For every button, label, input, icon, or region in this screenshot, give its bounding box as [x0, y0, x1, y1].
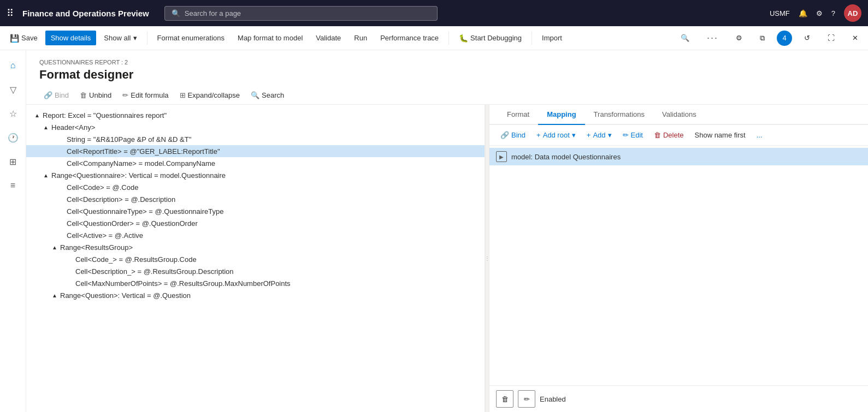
sidebar-item-dashboard[interactable]: ⊞: [2, 151, 24, 172]
unbind-button[interactable]: 🗑 Unbind: [75, 88, 116, 102]
tree-item-company-name[interactable]: ▶ Cell<CompanyName> = model.CompanyName: [26, 157, 485, 169]
tree-item-code[interactable]: ▶ Cell<Code> = @.Code: [26, 181, 485, 193]
tree-item-active[interactable]: ▶ Cell<Active> = @.Active: [26, 229, 485, 241]
unbind-icon: 🗑: [80, 91, 87, 99]
tree-item-string[interactable]: ▶ String = "&R&10Page &P of &N &D &T": [26, 133, 485, 145]
tree-item-header[interactable]: ▲ Header<Any>: [26, 121, 485, 133]
sidebar-item-favorites[interactable]: ☆: [2, 103, 24, 124]
edit-button[interactable]: ✏ Edit: [618, 128, 647, 142]
sidebar-item-modules[interactable]: ≡: [2, 175, 24, 196]
tree-item-description[interactable]: ▶ Cell<Description> = @.Description: [26, 193, 485, 205]
settings-icon[interactable]: ⚙: [816, 9, 823, 17]
tree-item-results-group[interactable]: ▲ Range<ResultsGroup>: [26, 241, 485, 253]
save-icon: 💾: [10, 34, 19, 43]
tree-item-question-order[interactable]: ▶ Cell<QuestionOrder> = @.QuestionOrder: [26, 217, 485, 229]
notifications-icon[interactable]: 🔔: [799, 9, 807, 17]
edit-formula-button[interactable]: ✏ Edit formula: [118, 88, 173, 102]
tree-item-code-2[interactable]: ▶ Cell<Code_> = @.ResultsGroup.Code: [26, 253, 485, 265]
performance-trace-button[interactable]: Performance trace: [375, 31, 444, 45]
footer-edit-button[interactable]: ✏: [518, 390, 535, 408]
avatar[interactable]: AD: [844, 4, 861, 22]
search-toolbar-button[interactable]: 🔍: [675, 31, 695, 45]
add-root-button[interactable]: + Add root ▾: [532, 128, 580, 142]
tab-transformations[interactable]: Transformations: [585, 105, 653, 125]
fullscreen-button[interactable]: ⛶: [822, 31, 840, 45]
expand-collapse-button[interactable]: ⊞ Expand/collapse: [175, 88, 244, 102]
tree-item-questionnaire-range[interactable]: ▲ Range<Questionnaire>: Vertical = model…: [26, 169, 485, 181]
open-in-new-button[interactable]: ⧉: [754, 31, 770, 46]
map-item-label: model: Data model Questionnaires: [511, 153, 861, 161]
tree-item-report[interactable]: ▲ Report: Excel = "Questionnaires report…: [26, 109, 485, 121]
waffle-icon[interactable]: ⠿: [7, 7, 14, 19]
global-search-input[interactable]: [185, 9, 430, 17]
refresh-button[interactable]: ↺: [799, 31, 816, 45]
search-button[interactable]: 🔍 Search: [246, 88, 288, 102]
usmf-label: USMF: [770, 9, 790, 17]
tab-validations[interactable]: Validations: [653, 105, 705, 125]
resize-handle[interactable]: ⋮: [485, 105, 489, 412]
sidebar-item-filter[interactable]: ▽: [2, 79, 24, 100]
run-button[interactable]: Run: [349, 31, 373, 45]
breadcrumb: QUESTIONNAIRES REPORT : 2: [39, 59, 855, 65]
notification-count-button[interactable]: 4: [777, 31, 792, 46]
show-name-first-button[interactable]: Show name first: [690, 128, 750, 142]
map-item-toggle[interactable]: ▶: [496, 151, 507, 162]
format-panel: ▲ Report: Excel = "Questionnaires report…: [26, 105, 485, 412]
debug-icon: 🐛: [459, 34, 468, 43]
mapping-toolbar: 🔗 Bind + Add root ▾ + Add ▾ ✏: [489, 125, 868, 146]
show-all-button[interactable]: Show all ▾: [98, 31, 142, 45]
tree-toggle-questionnaire[interactable]: ▲: [42, 171, 50, 180]
tree-item-questionnaire-type[interactable]: ▶ Cell<QuestionnaireType> = @.Questionna…: [26, 205, 485, 217]
add-button[interactable]: + Add ▾: [582, 128, 616, 142]
format-enumerations-button[interactable]: Format enumerations: [152, 31, 231, 45]
close-button[interactable]: ✕: [847, 31, 864, 45]
tree-item-question-range[interactable]: ▲ Range<Question>: Vertical = @.Question: [26, 289, 485, 301]
expand-collapse-icon: ⊞: [180, 91, 186, 99]
content-area: QUESTIONNAIRES REPORT : 2 Format designe…: [26, 50, 868, 412]
add-icon: +: [587, 131, 591, 139]
separator-1: [147, 32, 147, 45]
separator-2: [448, 32, 449, 45]
customize-button[interactable]: ⚙: [730, 31, 748, 45]
more-options-button[interactable]: ···: [701, 29, 724, 47]
tab-format[interactable]: Format: [498, 105, 538, 125]
mapping-bind-button[interactable]: 🔗 Bind: [496, 128, 530, 142]
sidebar: ⌂ ▽ ☆ 🕐 ⊞ ≡: [0, 50, 26, 412]
tree-toggle-results-group[interactable]: ▲: [50, 243, 59, 252]
search-toolbar-icon: 🔍: [681, 34, 689, 42]
tree-item-max-points[interactable]: ▶ Cell<MaxNumberOfPoints> = @.ResultsGro…: [26, 277, 485, 289]
map-format-to-model-button[interactable]: Map format to model: [232, 31, 308, 45]
help-icon[interactable]: ?: [831, 9, 835, 17]
delete-button[interactable]: 🗑 Delete: [649, 128, 688, 142]
sidebar-item-home[interactable]: ⌂: [2, 55, 24, 76]
nav-right: USMF 🔔 ⚙ ? AD: [770, 4, 861, 22]
add-root-chevron-icon: ▾: [572, 131, 576, 139]
bind-button[interactable]: 🔗 Bind: [39, 88, 73, 102]
show-details-button[interactable]: Show details: [45, 31, 97, 45]
command-bar: 💾 Save Show details Show all ▾ Format en…: [0, 26, 868, 50]
start-debugging-button[interactable]: 🐛 Start Debugging: [453, 31, 527, 46]
chevron-down-icon: ▾: [133, 34, 137, 42]
validate-button[interactable]: Validate: [310, 31, 346, 45]
tree-toggle-header[interactable]: ▲: [42, 123, 50, 132]
tree-item-description-2[interactable]: ▶ Cell<Description_> = @.ResultsGroup.De…: [26, 265, 485, 277]
tree-toggle-report[interactable]: ▲: [33, 111, 42, 120]
footer-delete-button[interactable]: 🗑: [496, 390, 513, 408]
save-button[interactable]: 💾 Save: [4, 31, 43, 46]
mapping-panel: Format Mapping Transformations Validatio…: [489, 105, 868, 412]
separator-3: [532, 32, 532, 45]
tree-item-report-title[interactable]: ▶ Cell<ReportTitle> = @"GER_LABEL:Report…: [26, 145, 485, 157]
map-item-data-model[interactable]: ▶ model: Data model Questionnaires: [489, 148, 868, 165]
mapping-more-button[interactable]: ...: [752, 128, 767, 142]
global-search-bar[interactable]: 🔍: [164, 6, 438, 21]
delete-icon: 🗑: [654, 131, 661, 139]
tab-mapping[interactable]: Mapping: [538, 105, 584, 125]
sidebar-item-recent[interactable]: 🕐: [2, 127, 24, 148]
footer-edit-icon: ✏: [524, 395, 530, 403]
top-nav: ⠿ Finance and Operations Preview 🔍 USMF …: [0, 0, 868, 26]
import-button[interactable]: Import: [536, 31, 568, 45]
add-chevron-icon: ▾: [608, 131, 612, 139]
search-icon: 🔍: [172, 9, 180, 17]
format-toolbar: 🔗 Bind 🗑 Unbind ✏ Edit formula ⊞ Expand/…: [26, 86, 868, 105]
tree-toggle-question[interactable]: ▲: [50, 291, 59, 300]
